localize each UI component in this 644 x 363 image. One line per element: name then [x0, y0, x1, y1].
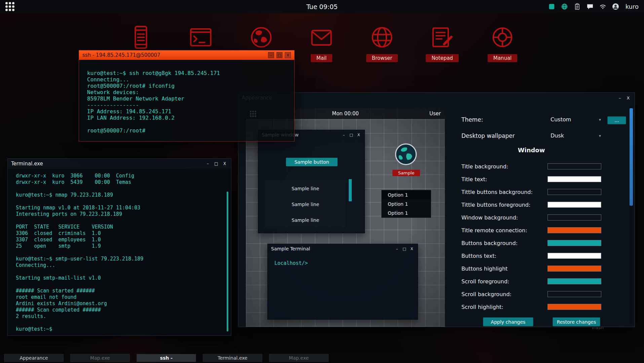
- sample-terminal-titlebar: Sample Terminal – □ X: [268, 244, 418, 253]
- terminal-output[interactable]: drwxr-xr-x kuro 3066 00:00 Config drwxr-…: [8, 169, 231, 335]
- restore-changes-button[interactable]: Restore changes: [553, 317, 600, 326]
- setting-label: Scroll highlight:: [461, 304, 503, 310]
- maximize-button[interactable]: □: [276, 52, 282, 58]
- taskbar-item[interactable]: Terminal.exe: [203, 354, 262, 362]
- chat-icon[interactable]: [586, 3, 594, 10]
- terminal-scrollbar[interactable]: [227, 192, 228, 331]
- color-swatch[interactable]: [547, 291, 601, 297]
- color-swatch[interactable]: [547, 176, 601, 182]
- desktop-icon-manual[interactable]: Manual: [482, 25, 523, 62]
- sample-list-item: Sample line: [265, 196, 346, 212]
- sample-icon-label: Sample: [392, 170, 420, 176]
- sample-button: Sample button: [286, 158, 338, 166]
- desktop-icon-label: Notepad: [426, 54, 459, 62]
- color-swatch[interactable]: [547, 163, 601, 169]
- color-swatch[interactable]: [547, 304, 601, 310]
- setting-label: Scroll foreground:: [461, 278, 509, 285]
- setting-label: Window background:: [461, 214, 518, 221]
- color-swatch[interactable]: [547, 266, 601, 272]
- color-setting-row: Title background:: [461, 160, 601, 173]
- close-button[interactable]: X: [625, 95, 631, 101]
- desktop-icon-terminal[interactable]: [181, 25, 221, 50]
- terminal-icon: [188, 25, 214, 50]
- theme-more-button[interactable]: ...: [607, 116, 626, 124]
- clipboard-icon[interactable]: [574, 3, 581, 10]
- terminal-window: Terminal.exe – □ X drwxr-xr-x kuro 3066 …: [7, 158, 231, 336]
- setting-label: Buttons background:: [461, 240, 518, 246]
- color-setting-row: Title text:: [461, 173, 601, 186]
- desktop-icon-browser[interactable]: Browser: [362, 25, 402, 62]
- phone-icon: [128, 25, 154, 50]
- color-settings-rows: Title background: Title text: Tittle but…: [461, 160, 601, 313]
- wallpaper-value: Dusk: [551, 132, 564, 139]
- system-tray: kuro: [548, 3, 639, 10]
- wifi-icon[interactable]: [599, 3, 606, 10]
- window-title: ssh - 194.85.245.171@500007: [82, 52, 268, 58]
- taskbar-item[interactable]: Appearance: [4, 354, 64, 362]
- color-setting-row: Window background:: [461, 211, 601, 224]
- wallpaper-dropdown[interactable]: Dusk ▾: [551, 132, 601, 139]
- appearance-titlebar[interactable]: Appearance – X: [238, 93, 635, 103]
- taskbar-item[interactable]: ssh -: [137, 354, 196, 362]
- apply-changes-button[interactable]: Apply changes: [483, 317, 533, 326]
- minimize-button: –: [394, 246, 400, 251]
- close-button: X: [356, 132, 361, 137]
- chevron-down-icon: ▾: [599, 117, 601, 122]
- desktop-icon-phone[interactable]: [121, 25, 161, 50]
- color-swatch[interactable]: [547, 214, 601, 220]
- wallpaper-label: Desktop wallpaper: [461, 132, 515, 139]
- minimize-button: –: [341, 132, 346, 137]
- desktop-icon-notepad[interactable]: Notepad: [422, 25, 462, 62]
- desktop-icon-mail[interactable]: Mail: [301, 25, 342, 62]
- manual-icon: [490, 25, 515, 50]
- context-menu-item: Option 1: [382, 208, 431, 217]
- color-swatch[interactable]: [547, 240, 601, 246]
- color-swatch[interactable]: [547, 278, 601, 284]
- maximize-button: □: [349, 132, 354, 137]
- color-swatch[interactable]: [547, 202, 601, 208]
- color-setting-row: Title remote connection:: [461, 224, 601, 237]
- color-setting-row: Scroll foreground:: [461, 275, 601, 288]
- color-swatch[interactable]: [547, 189, 601, 195]
- color-swatch[interactable]: [547, 253, 601, 259]
- window-title: Terminal.exe: [11, 161, 205, 167]
- clock: Tue 09:05: [306, 3, 338, 10]
- theme-value: Custom: [551, 116, 571, 123]
- color-setting-row: Tittle buttons foreground:: [461, 198, 601, 211]
- setting-label: Title background:: [461, 163, 508, 170]
- terminal-titlebar[interactable]: Terminal.exe – □ X: [8, 159, 231, 169]
- minimize-button[interactable]: –: [205, 161, 211, 167]
- setting-label: Title text:: [461, 176, 487, 183]
- maximize-button[interactable]: □: [213, 161, 219, 167]
- window-title: Appearance: [242, 95, 617, 101]
- color-swatch[interactable]: [547, 227, 601, 233]
- ssh-titlebar[interactable]: ssh - 194.85.245.171@500007 – □ X: [79, 50, 294, 60]
- minimize-button[interactable]: –: [268, 52, 274, 58]
- taskbar-item[interactable]: Map.exe: [269, 354, 329, 362]
- app-icon[interactable]: [548, 3, 555, 10]
- ssh-output[interactable]: kuro@test:~$ ssh root@g8gk 194.85.245.17…: [79, 60, 294, 136]
- scrollbar-thumb[interactable]: [630, 108, 633, 206]
- window-section-header: Window: [461, 147, 601, 154]
- color-setting-row: Scroll background:: [461, 288, 601, 300]
- desktop-icon-globe[interactable]: [241, 25, 281, 50]
- close-button[interactable]: X: [222, 161, 228, 167]
- context-menu-item: Option 1: [382, 199, 431, 208]
- color-setting-row: Buttons background:: [461, 237, 601, 249]
- taskbar-item[interactable]: Map.exe: [70, 354, 130, 362]
- setting-label: Buttons highlight: [461, 266, 507, 272]
- notepad-icon: [429, 25, 455, 50]
- theme-dropdown[interactable]: Custom ▾: [551, 116, 601, 123]
- app-launcher-icon[interactable]: [5, 2, 14, 11]
- minimize-button[interactable]: –: [617, 95, 623, 101]
- color-setting-row: Buttons highlight: [461, 262, 601, 275]
- sample-list: Sample lineSample lineSample line: [265, 180, 346, 228]
- color-setting-row: Tittle buttons background:: [461, 186, 601, 198]
- sample-context-menu: Option 1Option 1Option 1: [381, 190, 431, 218]
- setting-label: Tittle buttons foreground:: [461, 202, 530, 208]
- appearance-window: Appearance – X Mon 00:00 User Sample win…: [238, 92, 635, 327]
- close-button[interactable]: X: [285, 52, 291, 58]
- user-avatar[interactable]: [612, 3, 619, 10]
- context-menu-item: Option 1: [382, 190, 431, 199]
- globe-icon[interactable]: [561, 3, 568, 10]
